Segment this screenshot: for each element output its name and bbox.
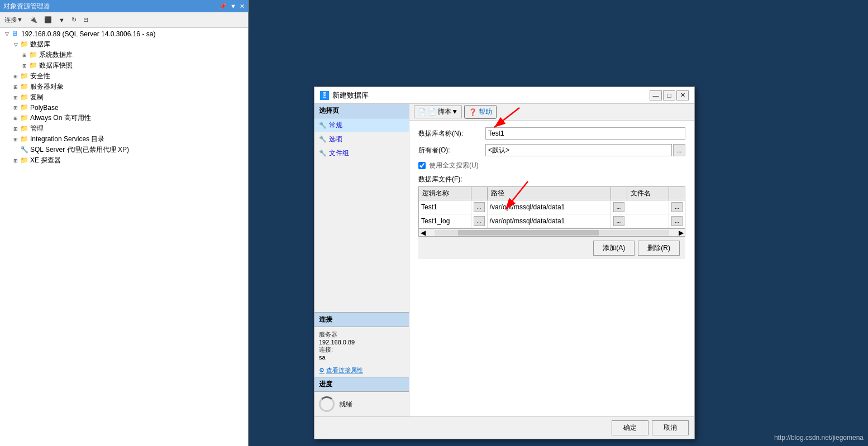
browse-button[interactable]: ... xyxy=(671,202,683,212)
server-label: 192.168.0.89 (SQL Server 14.0.3006.16 - … xyxy=(21,30,155,38)
pin-icon[interactable]: 📌 xyxy=(219,3,227,10)
tree-toggle[interactable]: ▽ xyxy=(2,31,11,37)
browse-button[interactable]: ... xyxy=(474,202,485,212)
filter-button[interactable]: ▼ xyxy=(56,16,67,25)
scrollbar-thumb[interactable] xyxy=(458,230,599,236)
sidebar-nav-options[interactable]: 🔧 选项 xyxy=(314,132,409,146)
owner-field-group: ... xyxy=(485,144,685,156)
server-label: 服务器 xyxy=(319,330,404,339)
tree-system-databases[interactable]: ⊞ 📁 系统数据库 xyxy=(0,50,248,60)
add-button[interactable]: 添加(A) xyxy=(593,241,635,256)
refresh-button[interactable]: ↻ xyxy=(69,15,79,25)
folder-icon: 📁 xyxy=(20,40,29,49)
owner-browse-button[interactable]: ... xyxy=(673,144,685,156)
tree-toggle[interactable]: ⊞ xyxy=(11,84,20,90)
tree-xe-explorer[interactable]: ⊞ 📁 XE 探查器 xyxy=(0,155,248,166)
help-button[interactable]: ❓ 帮助 xyxy=(464,105,497,119)
db-name-row: 数据库名称(N): xyxy=(418,127,685,140)
close-icon[interactable]: ✕ xyxy=(240,3,245,10)
tree-server-objects-folder[interactable]: ⊞ 📁 服务器对象 xyxy=(0,81,248,92)
scroll-left-btn[interactable]: ◀ xyxy=(419,229,427,237)
oe-tree: ▽ 🖥 192.168.0.89 (SQL Server 14.0.3006.1… xyxy=(0,28,248,446)
gear-icon: ⚙ xyxy=(319,367,325,374)
tree-toggle[interactable]: ▽ xyxy=(11,42,20,47)
table-scrollbar[interactable]: ◀ ▶ xyxy=(419,228,685,236)
disconnect-button[interactable]: 🔌 xyxy=(27,15,40,25)
file-path-browse-btn[interactable]: ... xyxy=(611,200,627,214)
tree-toggle[interactable]: ⊞ xyxy=(20,63,29,69)
connection-info: 服务器 192.168.0.89 连接: sa xyxy=(314,327,409,364)
script-button[interactable]: 📄 📄 脚本▼ xyxy=(414,105,462,118)
view-connection-link[interactable]: ⚙ 查看连接属性 xyxy=(314,364,409,377)
collapse-button[interactable]: ⊟ xyxy=(81,15,90,25)
tree-toggle[interactable]: ⊞ xyxy=(20,52,29,58)
file-filename-browse[interactable]: ... xyxy=(669,214,685,228)
file-path-browse-btn[interactable]: ... xyxy=(611,214,627,228)
cancel-button[interactable]: 取消 xyxy=(652,420,689,435)
minimize-button[interactable]: — xyxy=(650,90,662,100)
browse-button[interactable]: ... xyxy=(474,216,485,226)
sidebar-nav-filegroups[interactable]: 🔧 文件组 xyxy=(314,146,409,160)
tree-toggle[interactable]: ⊞ xyxy=(11,158,20,164)
tree-integration-services-folder[interactable]: ⊞ 📁 Integration Services 目录 xyxy=(0,134,248,145)
owner-label: 所有者(O): xyxy=(418,146,485,155)
file-filename-browse[interactable]: ... xyxy=(669,200,685,214)
delete-button[interactable]: 删除(R) xyxy=(638,241,680,256)
folder-icon: 📁 xyxy=(20,83,29,92)
sidebar-nav-general[interactable]: 🔧 常规 xyxy=(314,118,409,132)
wrench-icon: 🔧 xyxy=(319,150,327,157)
tree-db-snapshots[interactable]: ⊞ 📁 数据库快照 xyxy=(0,60,248,71)
file-browse-btn-1[interactable]: ... xyxy=(471,200,487,214)
database-icon: 🗄 xyxy=(320,91,329,100)
col-browse3 xyxy=(669,187,685,200)
progress-spinner xyxy=(319,396,335,412)
db-name-input[interactable] xyxy=(485,127,685,140)
scroll-right-btn[interactable]: ▶ xyxy=(677,229,685,237)
browse-button[interactable]: ... xyxy=(613,216,624,226)
owner-input[interactable] xyxy=(485,144,672,156)
tree-server-node[interactable]: ▽ 🖥 192.168.0.89 (SQL Server 14.0.3006.1… xyxy=(0,29,248,39)
fulltext-checkbox[interactable] xyxy=(418,162,426,169)
add-delete-buttons: 添加(A) 删除(R) xyxy=(418,237,685,259)
browse-button[interactable]: ... xyxy=(671,216,683,226)
sql-agent-label: SQL Server 代理(已禁用代理 XP) xyxy=(30,145,129,155)
db-files-label: 数据库文件(F): xyxy=(418,175,685,184)
maximize-button[interactable]: □ xyxy=(663,90,675,100)
tree-toggle[interactable]: ⊞ xyxy=(11,116,20,121)
tree-toggle[interactable]: ⊞ xyxy=(11,126,20,132)
close-button[interactable]: ✕ xyxy=(676,90,689,100)
tree-databases-folder[interactable]: ▽ 📁 数据库 xyxy=(0,39,248,50)
table-header-row: 逻辑名称 路径 文件名 xyxy=(419,187,685,200)
tree-replication-folder[interactable]: ⊞ 📁 复制 xyxy=(0,92,248,103)
db-snapshots-label: 数据库快照 xyxy=(39,61,73,70)
new-database-dialog: 🗄 新建数据库 — □ ✕ 选择页 🔧 常规 🔧 选项 🔧 文件组 xyxy=(314,87,695,439)
oe-title: 对象资源管理器 xyxy=(3,2,50,11)
folder-icon: 📁 xyxy=(20,114,29,123)
tree-alwayson-folder[interactable]: ⊞ 📁 Always On 高可用性 xyxy=(0,113,248,123)
owner-row: 所有者(O): ... xyxy=(418,144,685,156)
tree-sql-agent[interactable]: 🔧 SQL Server 代理(已禁用代理 XP) xyxy=(0,145,248,155)
connect-button[interactable]: 连接▼ xyxy=(2,15,25,25)
tree-management-folder[interactable]: ⊞ 📁 管理 xyxy=(0,123,248,134)
file-browse-btn-2[interactable]: ... xyxy=(471,214,487,228)
col-logical-name: 逻辑名称 xyxy=(419,187,471,200)
connection-label: 连接: xyxy=(319,346,404,354)
tree-toggle[interactable]: ⊞ xyxy=(11,105,20,111)
dialog-title-controls: — □ ✕ xyxy=(650,90,689,100)
stop-button[interactable]: ⬛ xyxy=(42,15,54,25)
oe-toolbar: 连接▼ 🔌 ⬛ ▼ ↻ ⊟ xyxy=(0,12,248,28)
tree-polybase-folder[interactable]: ⊞ 📁 PolyBase xyxy=(0,103,248,113)
tree-toggle[interactable]: ⊞ xyxy=(11,95,20,100)
object-explorer: 对象资源管理器 📌 ▼ ✕ 连接▼ 🔌 ⬛ ▼ ↻ ⊟ ▽ 🖥 192.168.… xyxy=(0,0,249,446)
tree-toggle xyxy=(11,147,20,153)
table-scroll-area[interactable]: 逻辑名称 路径 文件名 xyxy=(419,187,685,228)
oe-titlebar-controls: 📌 ▼ ✕ xyxy=(219,3,245,10)
ok-button[interactable]: 确定 xyxy=(612,420,648,435)
chevron-down-icon[interactable]: ▼ xyxy=(230,3,236,10)
tree-toggle[interactable]: ⊞ xyxy=(11,74,20,79)
tree-toggle[interactable]: ⊞ xyxy=(11,137,20,142)
folder-icon: 📁 xyxy=(20,72,29,81)
browse-button[interactable]: ... xyxy=(613,202,624,212)
tree-security-folder[interactable]: ⊞ 📁 安全性 xyxy=(0,71,248,81)
scrollbar-track[interactable] xyxy=(435,230,669,236)
